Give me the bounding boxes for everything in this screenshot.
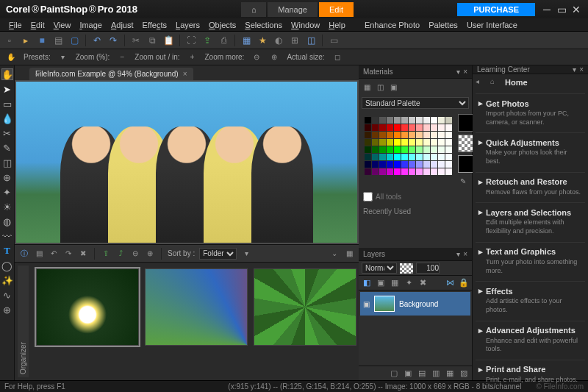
thumbnail-3[interactable] xyxy=(254,268,356,346)
color-swatch[interactable] xyxy=(416,168,423,175)
learning-item[interactable]: ▸Retouch and RestoreRemove flaws from yo… xyxy=(476,172,585,203)
share-icon[interactable]: ⇪ xyxy=(201,34,214,47)
panels-icon[interactable]: ◫ xyxy=(304,34,318,47)
zoom-in2-icon[interactable]: ⊕ xyxy=(269,52,279,63)
minimize-button[interactable]: ─ xyxy=(542,5,551,14)
new-layer-icon[interactable]: ◧ xyxy=(362,278,372,288)
color-swatch[interactable] xyxy=(401,168,408,175)
color-swatch[interactable] xyxy=(445,132,452,138)
color-swatch[interactable] xyxy=(431,132,437,138)
color-swatch[interactable] xyxy=(401,146,408,153)
color-swatch[interactable] xyxy=(423,168,430,175)
color-swatch[interactable] xyxy=(423,124,430,131)
color-swatch[interactable] xyxy=(438,168,445,175)
color-swatch[interactable] xyxy=(438,132,445,138)
color-swatch[interactable] xyxy=(445,161,452,168)
thumbnail-1[interactable] xyxy=(36,268,139,346)
color-swatch[interactable] xyxy=(379,117,386,124)
org-zoom-out-icon[interactable]: ⊖ xyxy=(130,249,140,259)
layer-btn-2[interactable]: ▣ xyxy=(403,368,413,379)
fill-tool[interactable]: ◍ xyxy=(1,215,13,227)
ruler-icon[interactable]: ▭ xyxy=(327,34,340,47)
org-rotate-r-icon[interactable]: ↷ xyxy=(63,249,74,259)
org-grid-icon[interactable]: ▤ xyxy=(34,249,44,259)
presets-dropdown[interactable]: ▾ xyxy=(58,52,68,63)
color-swatch[interactable] xyxy=(394,117,401,124)
color-swatch[interactable] xyxy=(365,146,371,153)
mat-mode-1[interactable]: ▦ xyxy=(362,82,372,92)
color-swatch[interactable] xyxy=(423,146,430,153)
pan-tool[interactable]: ✋ xyxy=(1,68,13,80)
color-swatch[interactable] xyxy=(394,146,401,153)
color-swatch[interactable] xyxy=(394,139,401,146)
menu-enhance-photo[interactable]: Enhance Photo xyxy=(360,19,424,31)
shape-tool[interactable]: ◯ xyxy=(1,260,13,271)
menu-window[interactable]: Window xyxy=(287,19,324,31)
layers-header[interactable]: Layers▾× xyxy=(359,248,472,261)
org-share-icon[interactable]: ⇪ xyxy=(101,249,111,259)
open-icon[interactable]: ▸ xyxy=(19,34,32,47)
color-swatch[interactable] xyxy=(438,161,445,168)
eyedropper-icon[interactable]: ✎ xyxy=(458,176,468,186)
sortby-select[interactable]: Folder xyxy=(199,248,237,260)
color-swatch[interactable] xyxy=(438,146,445,153)
color-swatch[interactable] xyxy=(416,154,423,160)
pan-tool-icon[interactable]: ✋ xyxy=(6,52,16,63)
favorite-icon[interactable]: ★ xyxy=(256,34,269,47)
dropper-tool[interactable]: 💧 xyxy=(1,113,13,124)
color-swatch[interactable] xyxy=(372,132,379,138)
color-swatch[interactable] xyxy=(423,132,430,138)
acquire-icon[interactable]: ▤ xyxy=(51,34,65,47)
color-swatch[interactable] xyxy=(387,132,393,138)
layer-visibility-icon[interactable]: ▣ xyxy=(363,300,370,308)
thumbnail-2[interactable] xyxy=(145,268,248,346)
color-swatch[interactable] xyxy=(431,161,437,168)
menu-selections[interactable]: Selections xyxy=(240,19,287,31)
color-swatch[interactable] xyxy=(372,139,379,146)
color-swatch[interactable] xyxy=(379,161,386,168)
text-tool[interactable]: T xyxy=(1,245,13,257)
color-swatch[interactable] xyxy=(438,124,445,131)
color-swatch[interactable] xyxy=(409,132,415,138)
color-swatch[interactable] xyxy=(365,154,371,160)
org-zoom-in-icon[interactable]: ⊕ xyxy=(145,249,155,259)
color-swatch[interactable] xyxy=(372,161,379,168)
org-info-icon[interactable]: ⓘ xyxy=(19,249,29,259)
menu-image[interactable]: Image xyxy=(75,19,107,31)
color-swatch[interactable] xyxy=(365,161,371,168)
new-mask-icon[interactable]: ▣ xyxy=(376,278,386,288)
layer-btn-6[interactable]: ▨ xyxy=(459,368,469,379)
color-swatch[interactable] xyxy=(372,146,379,153)
layer-btn-1[interactable]: ▢ xyxy=(389,368,399,379)
menu-layers[interactable]: Layers xyxy=(171,19,204,31)
color-swatch[interactable] xyxy=(372,154,379,160)
layer-row-background[interactable]: ▣ Background xyxy=(360,292,470,316)
learning-item[interactable]: ▸Quick AdjustmentsMake your photos look … xyxy=(476,132,585,171)
menu-file[interactable]: File xyxy=(4,19,26,31)
color-swatch[interactable] xyxy=(372,124,379,131)
opacity-input[interactable] xyxy=(416,263,440,274)
redo-icon[interactable]: ↷ xyxy=(107,34,120,47)
color-swatch[interactable] xyxy=(401,132,408,138)
color-swatch[interactable] xyxy=(445,139,452,146)
lc-home-icon[interactable]: ⌂ xyxy=(490,77,501,88)
learning-item[interactable]: ▸Advanced AdjustmentsEnhance and edit wi… xyxy=(476,321,585,360)
color-swatch[interactable] xyxy=(409,161,415,168)
color-swatch[interactable] xyxy=(409,139,415,146)
color-swatch[interactable] xyxy=(379,132,386,138)
eraser-tool[interactable]: ◫ xyxy=(1,157,13,168)
undo-icon[interactable]: ↶ xyxy=(90,34,104,47)
selection-tool[interactable]: ▭ xyxy=(1,98,13,110)
alltools-checkbox[interactable] xyxy=(363,192,373,202)
warp-tool[interactable]: ∿ xyxy=(1,289,13,301)
color-swatch[interactable] xyxy=(431,154,437,160)
color-swatch[interactable] xyxy=(365,139,371,146)
menu-adjust[interactable]: Adjust xyxy=(107,19,138,31)
learning-item[interactable]: ▸EffectsAdd artistic effects to your pho… xyxy=(476,281,585,320)
color-swatch[interactable] xyxy=(431,139,437,146)
mask-icon[interactable]: ◐ xyxy=(272,34,285,47)
color-swatch[interactable] xyxy=(379,124,386,131)
color-swatch[interactable] xyxy=(365,132,371,138)
color-swatch[interactable] xyxy=(401,161,408,168)
canvas[interactable] xyxy=(15,80,359,244)
